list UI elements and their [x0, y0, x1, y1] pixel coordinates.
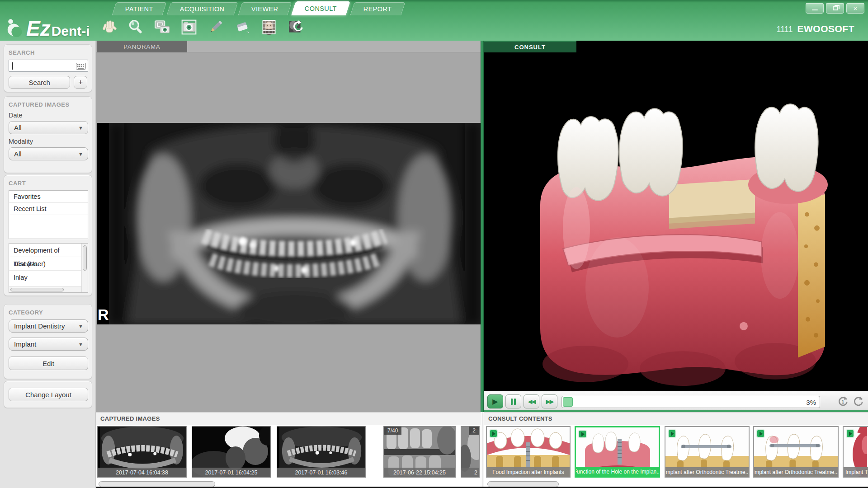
category-group-dropdown[interactable]: Implant Dentistry ▼	[9, 319, 88, 333]
thumbnail-counter-badge: 2	[469, 427, 479, 435]
eraser-tool-button[interactable]	[232, 16, 253, 38]
zoom-tool-button[interactable]	[125, 16, 146, 38]
left-sidebar: SEARCH Search +	[0, 41, 96, 488]
horizontal-scrollbar	[9, 286, 81, 292]
pencil-icon	[207, 19, 224, 36]
thumbnail-counter-badge: 7/40	[384, 427, 401, 435]
add-search-button[interactable]: +	[74, 76, 87, 89]
tab-acquisition[interactable]: ACQUISITION	[166, 2, 238, 15]
logo-dent: Dent	[52, 23, 82, 39]
area-capture-button[interactable]	[152, 16, 173, 38]
text-caret	[12, 62, 13, 70]
search-button[interactable]: Search	[9, 76, 70, 89]
search-input[interactable]	[12, 61, 75, 71]
thumbnail-date: 2017-07-01 16:03:46	[277, 468, 365, 477]
chevron-down-icon: ▼	[78, 342, 83, 347]
draw-tool-button[interactable]	[205, 16, 226, 38]
thumbnail-date: 2017-07-01 16:04:25	[192, 468, 270, 477]
minimize-button[interactable]	[806, 3, 824, 14]
vertical-scrollbar-thumb[interactable]	[83, 245, 87, 271]
repeat-all-button[interactable]	[852, 395, 864, 408]
panorama-tabbar: PANORAMA	[96, 41, 481, 52]
panorama-viewer-panel: PANORAMA R	[96, 41, 481, 412]
captured-thumbnail-2[interactable]: 2017-07-01 16:04:25	[192, 426, 271, 478]
fast-forward-button[interactable]: ▶▶	[542, 394, 557, 408]
modality-dropdown[interactable]: All ▼	[9, 147, 88, 160]
eraser-icon	[234, 19, 251, 36]
list-item[interactable]: Development of Disease	[9, 244, 81, 257]
list-item-favorites[interactable]: Favorites	[9, 191, 88, 203]
consult-item-5-partial[interactable]: Implant T	[843, 426, 868, 478]
rewind-button[interactable]: ◀◀	[524, 394, 539, 408]
category-title: CATEGORY	[9, 309, 87, 316]
camera-capture-button[interactable]	[179, 16, 199, 38]
captured-strip-title: CAPTURED IMAGES	[96, 413, 481, 425]
captured-thumbnail-3[interactable]: 2017-07-01 16:03:46	[277, 426, 366, 478]
consult-player-bar: ▶ ◀◀ ▶▶ 3% 1	[484, 391, 868, 412]
date-dropdown[interactable]: All ▼	[9, 121, 88, 134]
keyboard-icon[interactable]	[76, 63, 86, 70]
repeat-one-button[interactable]: 1	[837, 395, 849, 408]
consult-item-3[interactable]: Implant after Orthodontic Treatme...	[665, 426, 750, 478]
consult-item-caption: Implant after Orthodontic Treatme...	[665, 467, 749, 477]
consult-strip-title: CONSULT CONTENTS	[484, 413, 868, 425]
chevron-down-icon: ▼	[78, 151, 83, 157]
rewind-icon: ◀◀	[528, 399, 535, 404]
horizontal-scrollbar-thumb[interactable]	[10, 288, 64, 291]
app-logo: EzDent-i	[5, 13, 90, 39]
category-sub-dropdown[interactable]: Implant ▼	[9, 338, 88, 351]
fast-forward-icon: ▶▶	[546, 399, 553, 404]
panorama-xray-image[interactable]: R	[97, 123, 481, 324]
captured-thumbnail-4[interactable]: 7/40 2017-06-22 15:04:25	[383, 426, 456, 478]
ezdent-app-window: × PATIENT ACQUISITION VIEWER CONSULT REP…	[0, 0, 868, 488]
list-item-recent[interactable]: Recent List	[9, 203, 88, 215]
pause-button[interactable]	[505, 394, 521, 408]
pan-tool-button[interactable]	[99, 16, 119, 38]
captured-thumbnail-1[interactable]: 2017-07-04 16:04:38	[97, 426, 187, 478]
face-grid-button[interactable]	[259, 16, 279, 38]
tab-consult-viewer[interactable]: CONSULT	[484, 41, 576, 52]
tab-panorama[interactable]: PANORAMA	[97, 41, 187, 52]
minimize-icon	[812, 9, 818, 10]
play-button[interactable]: ▶	[487, 394, 503, 408]
tab-consult[interactable]: CONSULT	[291, 1, 350, 15]
logo-icon	[5, 16, 25, 39]
image-refresh-button[interactable]	[285, 16, 306, 38]
tab-viewer[interactable]: VIEWER	[238, 2, 292, 15]
logo-suffix: -i	[81, 23, 90, 39]
change-layout-button[interactable]: Change Layout	[9, 388, 88, 401]
consult-item-2-selected[interactable]: Function of the Hole on the Implan...	[575, 426, 660, 478]
close-button[interactable]: ×	[846, 3, 864, 14]
category-panel: CATEGORY Implant Dentistry ▼ Implant ▼ E…	[4, 304, 92, 379]
panel-splitter[interactable]	[481, 41, 484, 412]
image-refresh-icon	[287, 19, 304, 36]
tab-patient[interactable]: PATIENT	[112, 2, 166, 15]
user-number: 1111	[776, 25, 793, 34]
list-item[interactable]: Inlay	[9, 271, 81, 284]
consult-animation-frame[interactable]	[509, 91, 843, 388]
consult-contents-strip: CONSULT CONTENTS Food Impaction after Im…	[484, 412, 868, 488]
vertical-scrollbar	[81, 244, 88, 292]
captured-thumbnail-5-partial[interactable]: 2 2	[461, 426, 480, 478]
brand-area: 1111 EWOOSOFT	[776, 23, 854, 34]
consult-item-1[interactable]: Food Impaction after Implants	[486, 426, 571, 478]
captured-images-strip: CAPTURED IMAGES 2017-07-04 16:04:38	[96, 412, 481, 488]
repeat-controls: 1	[837, 395, 864, 408]
progress-percent: 3%	[806, 399, 816, 406]
consult-item-4[interactable]: Implant after Orthodontic Treatme...	[753, 426, 839, 478]
restore-button[interactable]	[826, 3, 844, 14]
main-nav-tabs: PATIENT ACQUISITION VIEWER CONSULT REPOR…	[114, 1, 403, 15]
edit-button[interactable]: Edit	[9, 357, 88, 370]
play-badge-icon	[489, 429, 498, 438]
thumbnail-date: 2	[461, 468, 479, 477]
play-badge-icon	[756, 429, 765, 438]
list-item[interactable]: Test (User)	[9, 257, 81, 271]
consult-item-caption: Implant T	[844, 467, 868, 477]
logo-ez: Ez	[26, 19, 51, 38]
window-controls: ×	[806, 3, 864, 14]
layout-panel: Change Layout	[4, 381, 92, 408]
close-icon: ×	[854, 5, 858, 12]
search-panel: SEARCH Search +	[4, 44, 92, 92]
tab-report[interactable]: REPORT	[350, 2, 405, 15]
playback-progress-bar[interactable]: 3%	[561, 396, 820, 408]
